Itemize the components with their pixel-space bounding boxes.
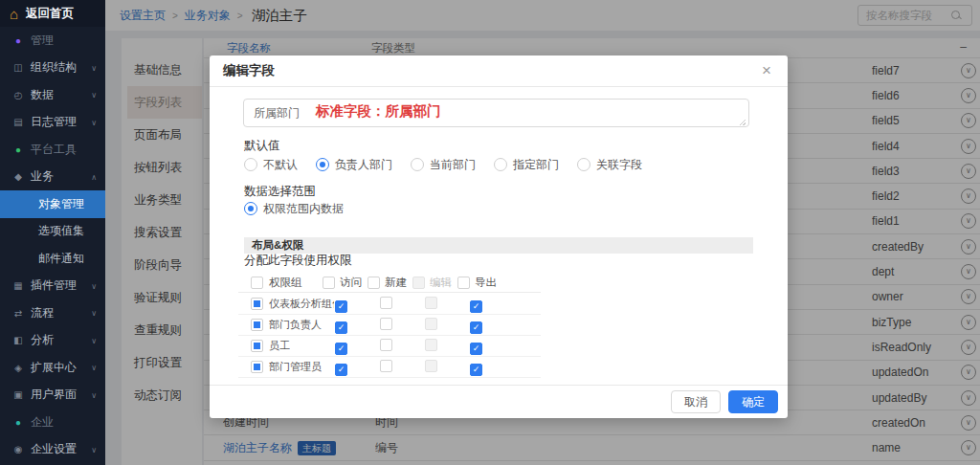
app-window: ⌂ 返回首页 ● 管理 ◫ 组织结构 ∨ ◴ 数据 ∨ ▤ 日志管理 (0, 0, 980, 465)
sidebar-item[interactable]: ▦ 插件管理 ∨ (0, 273, 105, 300)
permission-group-header: 权限组 (251, 276, 323, 290)
access-checkbox-icon[interactable] (335, 300, 347, 313)
sidebar-item-label: 业务 (31, 168, 54, 185)
radio-option[interactable]: 不默认 (244, 157, 298, 173)
sidebar-item-label: 管理 (31, 33, 54, 49)
data-scope-label: 数据选择范围 (244, 184, 316, 200)
sidebar-item[interactable]: ◈ 扩展中心 ∨ (0, 354, 105, 382)
field-label-input[interactable]: 所属部门 (243, 99, 749, 127)
export-checkbox-icon[interactable] (470, 300, 482, 313)
sidebar-item[interactable]: ◫ 组织结构 ∨ (0, 55, 105, 82)
radio-option[interactable]: 指定部门 (494, 157, 559, 173)
sidebar-item-icon: ◧ (11, 335, 25, 345)
permission-column-header: 导出 (457, 276, 502, 290)
sidebar-item[interactable]: ▣ 用户界面 ∨ (0, 382, 105, 410)
confirm-button[interactable]: 确定 (728, 390, 778, 413)
sidebar: ⌂ 返回首页 ● 管理 ◫ 组织结构 ∨ ◴ 数据 ∨ ▤ 日志管理 (0, 0, 105, 465)
permission-row-label: 部门管理员 (269, 360, 322, 374)
checkbox-icon[interactable] (412, 277, 425, 289)
sidebar-item-icon: ◉ (11, 444, 25, 454)
chevron-icon: ∨ (91, 364, 97, 372)
radio-icon[interactable] (494, 158, 507, 171)
permission-column-label: 访问 (340, 276, 362, 290)
cancel-button[interactable]: 取消 (671, 390, 721, 413)
home-label: 返回首页 (26, 6, 74, 22)
permission-row: 部门负责人 (238, 315, 541, 336)
sidebar-item[interactable]: 邮件通知 (0, 245, 105, 273)
permission-row-label: 员工 (269, 339, 290, 353)
sidebar-item-icon: ◈ (11, 363, 25, 373)
sidebar-item[interactable]: ▤ 日志管理 ∨ (0, 109, 105, 137)
create-checkbox-icon[interactable] (380, 339, 392, 351)
row-select-checkbox-icon[interactable] (251, 361, 263, 373)
row-select-checkbox-icon[interactable] (251, 298, 263, 310)
export-checkbox-icon[interactable] (470, 321, 482, 334)
sidebar-item-label: 插件管理 (31, 277, 77, 294)
radio-label: 指定部门 (513, 157, 559, 173)
access-checkbox-icon[interactable] (335, 321, 347, 334)
checkbox-icon[interactable] (368, 277, 380, 289)
radio-option[interactable]: 当前部门 (411, 157, 476, 173)
chevron-icon: ∨ (91, 309, 97, 318)
sidebar-item[interactable]: ◴ 数据 ∨ (0, 81, 105, 109)
sidebar-item-label: 用户界面 (31, 387, 77, 403)
chevron-icon: ∨ (91, 336, 97, 344)
sidebar-item[interactable]: 选项值集 (0, 218, 105, 246)
chevron-icon: ∨ (91, 91, 97, 100)
permission-row-label: 部门负责人 (269, 318, 322, 332)
sidebar-item[interactable]: ◧ 分析 ∨ (0, 327, 105, 355)
radio-label: 关联字段 (596, 157, 642, 173)
sidebar-item[interactable]: ◉ 企业设置 ∨ (0, 436, 105, 464)
row-select-checkbox-icon[interactable] (251, 319, 263, 331)
sidebar-item[interactable]: ⇄ 流程 ∨ (0, 299, 105, 327)
export-checkbox-icon[interactable] (470, 343, 482, 355)
radio-option[interactable]: 负责人部门 (316, 157, 392, 173)
access-checkbox-icon[interactable] (335, 343, 347, 355)
radio-icon[interactable] (244, 202, 257, 215)
edit-field-modal: 编辑字段 × 所属部门 标准字段：所属部门 默认值 不默认 负责人部门 当前部门… (210, 55, 788, 418)
sidebar-item-label: 流程 (31, 305, 54, 321)
permission-table-header: 权限组 访问 新建 编辑 导出 (238, 274, 541, 293)
chevron-icon: ∨ (91, 445, 97, 454)
sidebar-item-label: 日志管理 (31, 114, 77, 130)
row-select-checkbox-icon[interactable] (251, 340, 263, 352)
checkbox-icon[interactable] (323, 277, 335, 289)
create-checkbox-icon[interactable] (380, 360, 392, 372)
close-icon[interactable]: × (757, 59, 776, 82)
permission-row-label: 仪表板分析组件 (269, 297, 334, 311)
sidebar-item[interactable]: ● 管理 (0, 27, 105, 55)
radio-icon[interactable] (577, 158, 590, 171)
sidebar-item[interactable]: ● 企业 (0, 409, 105, 436)
radio-option[interactable]: 关联字段 (577, 157, 642, 173)
checkbox-icon[interactable] (457, 277, 470, 289)
sidebar-item-icon: ● (11, 144, 25, 155)
sidebar-home-link[interactable]: ⌂ 返回首页 (0, 0, 105, 27)
radio-icon[interactable] (244, 158, 257, 171)
permission-column-header: 新建 (368, 276, 412, 290)
sidebar-item[interactable]: 对象管理 (0, 190, 105, 218)
sidebar-item-icon: ◆ (11, 171, 25, 182)
assign-permission-label: 分配此字段使用权限 (244, 253, 352, 269)
chevron-icon: ∨ (91, 390, 97, 399)
sidebar-item-icon: ⇄ (11, 308, 25, 319)
radio-icon[interactable] (411, 158, 424, 171)
sidebar-item-icon: ● (11, 417, 25, 428)
access-checkbox-icon[interactable] (335, 364, 347, 376)
sidebar-item-label: 数据 (31, 87, 54, 103)
permission-row: 仪表板分析组件 (238, 294, 541, 315)
sidebar-item[interactable]: ● 平台工具 (0, 136, 105, 164)
create-checkbox-icon[interactable] (380, 297, 392, 309)
default-value-label: 默认值 (244, 138, 280, 154)
edit-checkbox-icon (425, 339, 437, 351)
sidebar-item-label: 平台工具 (31, 142, 77, 158)
radio-icon[interactable] (316, 158, 329, 171)
sidebar-item[interactable]: ◆ 业务 ∧ (0, 164, 105, 191)
checkbox-icon[interactable] (251, 277, 263, 289)
radio-option[interactable]: 权限范围内数据 (244, 201, 344, 217)
export-checkbox-icon[interactable] (470, 364, 482, 376)
sidebar-item-icon: ▣ (11, 389, 25, 400)
sidebar-item-label: 企业 (31, 414, 54, 431)
layout-permission-section-bar: 布局&权限 (244, 237, 753, 254)
sidebar-item-icon: ◴ (11, 90, 25, 100)
create-checkbox-icon[interactable] (380, 318, 392, 330)
